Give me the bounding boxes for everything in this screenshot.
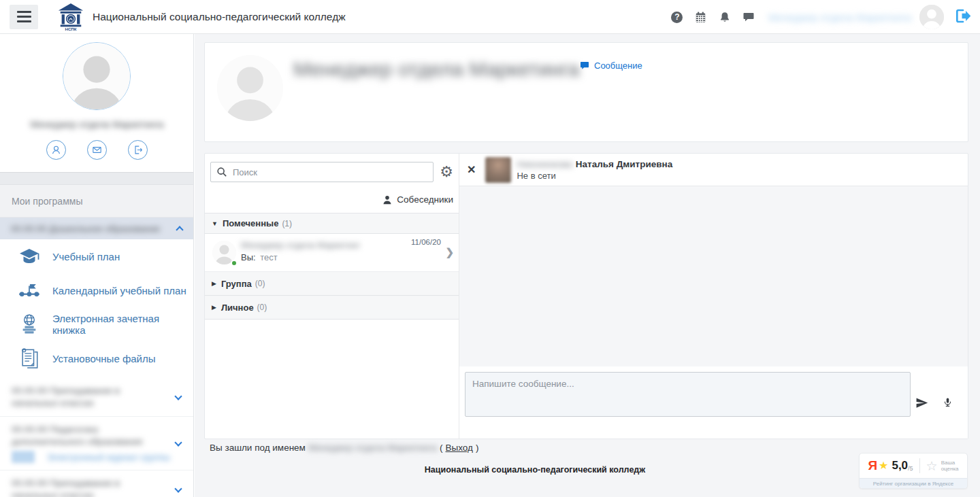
sidebar-item-setup-files[interactable]: Установочные файлы xyxy=(0,341,193,375)
message-input[interactable] xyxy=(465,372,911,417)
section-group[interactable]: ▶ Группа (0) xyxy=(205,272,459,296)
svg-text:НСПК: НСПК xyxy=(65,27,76,31)
paren-open: ( xyxy=(440,443,443,453)
active-program-header[interactable]: 00.00.00 Дошкольное образование xyxy=(0,218,193,239)
calendar-icon[interactable] xyxy=(693,10,708,24)
outline-star-icon[interactable]: ☆ xyxy=(926,458,938,474)
sidebar-profile-name: Менеджер отдела Маркетинга xyxy=(0,119,194,130)
sidebar-item-label: Учебный план xyxy=(52,251,120,262)
notifications-bell-icon[interactable] xyxy=(717,10,732,24)
profile-icon[interactable] xyxy=(46,140,66,160)
search-icon xyxy=(216,167,227,180)
message-bubble-icon xyxy=(579,61,590,71)
help-icon[interactable]: ? xyxy=(670,10,685,24)
send-message-link[interactable]: Сообщение xyxy=(579,61,642,71)
profile-page-name: Менеджер отдела Маркетинга xyxy=(293,58,579,81)
contact-surname: Никоненкова xyxy=(517,159,572,169)
messaging-panel: ⚙ Собеседники ▼ Помеченные (1) Менеджер … xyxy=(204,153,968,439)
logged-in-prefix: Вы зашли под именем xyxy=(210,443,306,453)
badge-caption: Рейтинг организации в Яндексе xyxy=(860,478,967,488)
active-program-title: 00.00.00 Дошкольное образование xyxy=(11,224,177,234)
top-navbar: НСПК Национальный социально-педагогическ… xyxy=(0,0,980,34)
program-title: 00.00.00 Преподавание в начальных класса… xyxy=(12,385,165,409)
triangle-down-icon: ▼ xyxy=(212,220,218,227)
hamburger-menu-icon[interactable] xyxy=(10,5,38,29)
navbar-user-name[interactable]: Менеджер отдела Маркетинга xyxy=(768,12,911,23)
program-sublink[interactable]: Электронный журнал группы xyxy=(12,451,166,463)
sidebar-item-curriculum[interactable]: Учебный план xyxy=(0,239,193,273)
triangle-right-icon: ▶ xyxy=(212,304,216,311)
paren-close: ) xyxy=(476,443,479,453)
mail-icon[interactable] xyxy=(87,140,107,160)
search-input[interactable] xyxy=(210,162,434,182)
conversation-name: Менеджер отдела Маркетинга xyxy=(241,240,360,250)
conversation-date: 11/06/20 xyxy=(411,238,441,246)
chat-input-zone xyxy=(459,366,968,439)
sublink-label: Электронный журнал группы xyxy=(47,452,170,462)
gear-icon[interactable]: ⚙ xyxy=(440,165,453,179)
sidebar-item-label: Электронная зачетная книжка xyxy=(52,313,193,336)
program-nav: Учебный план Календарный учебный план xyxy=(0,239,193,375)
section-label: Личное xyxy=(221,303,254,313)
contact-name: Наталья Дмитриевна xyxy=(576,159,672,169)
chat-header: ✕ Никоненкова Наталья Дмитриевна Не в се… xyxy=(459,154,968,186)
collapsed-program-header[interactable]: 00.00.00 Педагогика дополнительного обра… xyxy=(0,416,193,470)
your-rating-label: Ваша оценка xyxy=(941,460,959,472)
section-private[interactable]: ▶ Личное (0) xyxy=(205,296,459,320)
yandex-rating-badge[interactable]: Я ★ 5,0 /5 ☆ Ваша оценка Рейтинг организ… xyxy=(859,453,968,489)
collapsed-program-header[interactable]: 00.00.00 Преподавание в начальных класса… xyxy=(0,470,193,497)
graduation-cap-icon xyxy=(18,245,41,268)
sidebar-item-calendar-plan[interactable]: Календарный учебный план xyxy=(0,273,193,307)
yandex-logo-letter: Я xyxy=(868,458,877,473)
sidebar-profile-avatar[interactable] xyxy=(63,42,131,110)
chevron-up-icon xyxy=(176,226,183,233)
profile-header-card: Менеджер отдела Маркетинга Сообщение xyxy=(204,42,968,142)
section-count: (0) xyxy=(255,279,265,288)
collapsed-programs: 00.00.00 Преподавание в начальных класса… xyxy=(0,378,193,497)
section-label: Помеченные xyxy=(223,218,278,228)
collapsed-program-header[interactable]: 00.00.00 Преподавание в начальных класса… xyxy=(0,378,193,416)
badge-divider xyxy=(919,458,920,473)
last-message-text: тест xyxy=(260,252,278,262)
section-label: Группа xyxy=(221,279,252,289)
contact-status: Не в сети xyxy=(517,171,672,181)
messages-bubble-icon[interactable] xyxy=(741,10,756,24)
exit-icon[interactable] xyxy=(128,140,148,160)
contacts-link[interactable]: Собеседники xyxy=(205,182,459,213)
sublink-icon xyxy=(12,451,35,463)
microphone-icon[interactable] xyxy=(943,395,953,413)
person-icon xyxy=(382,195,392,205)
rating-max: /5 xyxy=(908,465,913,472)
last-message-prefix: Вы: xyxy=(241,252,256,262)
message-link-label: Сообщение xyxy=(594,61,642,71)
chevron-down-icon xyxy=(174,392,182,400)
profile-page-avatar xyxy=(217,55,283,121)
navbar-user-avatar[interactable] xyxy=(919,5,944,29)
conversations-column: ⚙ Собеседники ▼ Помеченные (1) Менеджер … xyxy=(205,154,459,439)
send-icon[interactable] xyxy=(915,396,928,412)
college-logo[interactable]: НСПК xyxy=(57,3,84,31)
triangle-right-icon: ▶ xyxy=(212,280,216,287)
chevron-down-icon xyxy=(174,439,182,446)
program-title: 00.00.00 Педагогика дополнительного обра… xyxy=(12,424,165,448)
conversation-row[interactable]: Менеджер отдела Маркетинга Вы: тест 11/0… xyxy=(205,234,459,272)
section-count: (0) xyxy=(257,303,267,312)
globe-books-icon xyxy=(18,313,41,336)
sidebar: Менеджер отдела Маркетинга Мои программы… xyxy=(0,34,194,497)
logout-icon[interactable] xyxy=(953,7,972,27)
program-title: 00.00.00 Преподавание в начальных класса… xyxy=(12,477,165,497)
chevron-right-icon: ❯ xyxy=(445,246,454,258)
building-logo-icon: НСПК xyxy=(57,3,84,31)
main-content: Менеджер отдела Маркетинга Сообщение ⚙ xyxy=(195,34,980,497)
sidebar-item-gradebook[interactable]: Электронная зачетная книжка xyxy=(0,307,193,341)
footer-college-name: Национальный социально-педагогический ко… xyxy=(195,465,875,475)
chat-contact-avatar xyxy=(485,157,511,183)
section-starred[interactable]: ▼ Помеченные (1) xyxy=(205,213,459,234)
timeline-flag-icon xyxy=(18,279,41,302)
chat-column: ✕ Никоненкова Наталья Дмитриевна Не в се… xyxy=(459,154,968,439)
chat-messages-area xyxy=(459,186,968,366)
section-count: (1) xyxy=(282,219,292,228)
my-programs-label: Мои программы xyxy=(0,185,193,218)
close-icon[interactable]: ✕ xyxy=(467,165,476,175)
logout-link[interactable]: Выход xyxy=(446,443,473,453)
